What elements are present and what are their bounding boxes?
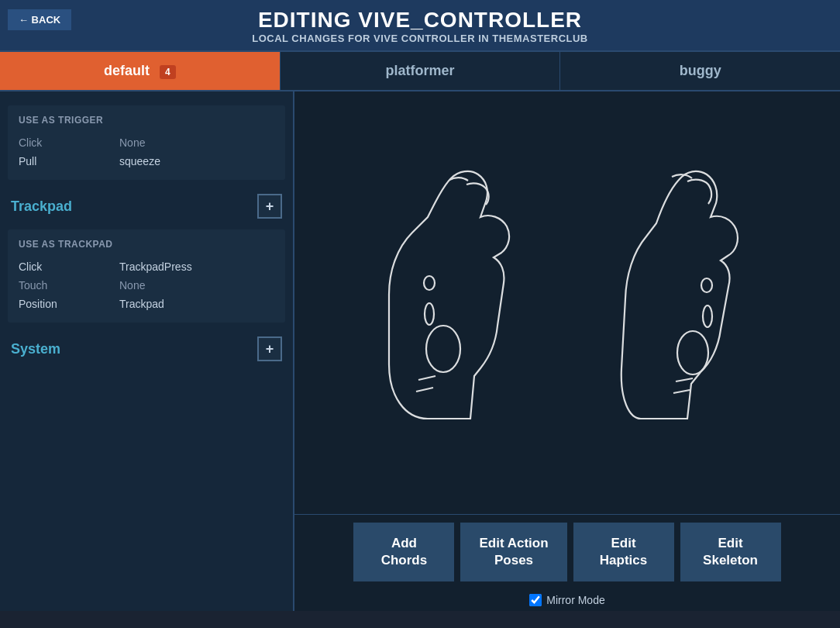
- add-chords-button[interactable]: AddChords: [353, 523, 454, 581]
- right-panel: AddChords Edit ActionPoses EditHaptics E…: [294, 91, 840, 611]
- system-title: System: [11, 341, 60, 357]
- tab-buggy-label: buggy: [680, 63, 721, 78]
- trackpad-touch-name: Touch: [19, 279, 119, 292]
- trigger-section: USE AS TRIGGER Click None Pull squeeze: [8, 105, 285, 180]
- page-title: EDITING VIVE_CONTROLLER: [15, 8, 825, 33]
- trigger-click-value: None: [119, 136, 145, 149]
- tab-default[interactable]: default 4: [0, 52, 281, 90]
- controller-right: [598, 155, 769, 450]
- svg-point-1: [424, 276, 435, 290]
- trigger-pull-row: Pull squeeze: [19, 152, 274, 171]
- svg-point-5: [677, 331, 708, 374]
- trackpad-click-value: TrackpadPress: [119, 261, 192, 273]
- svg-point-6: [701, 278, 712, 292]
- mirror-mode-checkbox[interactable]: [529, 594, 542, 606]
- edit-haptics-button[interactable]: EditHaptics: [573, 523, 674, 581]
- edit-action-poses-button[interactable]: Edit ActionPoses: [460, 523, 566, 581]
- svg-line-4: [416, 388, 433, 392]
- edit-skeleton-button[interactable]: EditSkeleton: [680, 523, 781, 581]
- system-add-button[interactable]: +: [257, 336, 282, 361]
- svg-line-8: [676, 378, 693, 381]
- svg-point-7: [703, 305, 712, 327]
- trackpad-title: Trackpad: [11, 198, 72, 215]
- svg-point-0: [426, 326, 460, 372]
- mirror-mode-row: Mirror Mode: [294, 589, 840, 611]
- controller-view: [294, 91, 840, 514]
- back-button[interactable]: ← BACK: [8, 9, 71, 30]
- trackpad-section-label: USE AS TRACKPAD: [19, 239, 274, 250]
- trackpad-click-row: Click TrackpadPress: [19, 257, 274, 276]
- bottom-buttons: AddChords Edit ActionPoses EditHaptics E…: [294, 514, 840, 589]
- trigger-click-name: Click: [19, 136, 119, 149]
- trackpad-position-row: Position Trackpad: [19, 295, 274, 313]
- main-layout: USE AS TRIGGER Click None Pull squeeze T…: [0, 91, 840, 611]
- tab-default-badge: 4: [160, 65, 176, 79]
- tab-default-label: default: [104, 63, 150, 78]
- trigger-click-row: Click None: [19, 133, 274, 152]
- tab-platformer[interactable]: platformer: [281, 52, 561, 90]
- controller-left: [366, 155, 536, 450]
- plus-icon-system: +: [266, 341, 274, 357]
- trackpad-section-header[interactable]: Trackpad +: [0, 186, 293, 223]
- trackpad-click-name: Click: [19, 261, 119, 273]
- trackpad-position-value: Trackpad: [119, 298, 164, 310]
- trackpad-touch-row: Touch None: [19, 276, 274, 295]
- trigger-pull-name: Pull: [19, 155, 119, 167]
- trigger-section-label: USE AS TRIGGER: [19, 115, 274, 126]
- tabs-bar: default 4 platformer buggy: [0, 52, 840, 91]
- tab-buggy[interactable]: buggy: [560, 52, 840, 90]
- trigger-pull-value: squeeze: [119, 155, 160, 167]
- trackpad-position-name: Position: [19, 298, 119, 310]
- svg-line-3: [418, 376, 435, 380]
- plus-icon: +: [266, 198, 274, 215]
- sidebar: USE AS TRIGGER Click None Pull squeeze T…: [0, 91, 294, 611]
- system-section-header[interactable]: System +: [0, 329, 293, 366]
- tab-platformer-label: platformer: [386, 63, 455, 78]
- mirror-mode-label: Mirror Mode: [546, 594, 604, 606]
- trackpad-add-button[interactable]: +: [257, 194, 282, 219]
- header: EDITING VIVE_CONTROLLER LOCAL CHANGES FO…: [0, 0, 840, 52]
- trackpad-touch-value: None: [119, 279, 145, 292]
- svg-line-9: [673, 390, 690, 393]
- page-subtitle: LOCAL CHANGES FOR VIVE CONTROLLER IN THE…: [15, 33, 825, 44]
- svg-point-2: [425, 303, 434, 325]
- trackpad-section: USE AS TRACKPAD Click TrackpadPress Touc…: [8, 229, 285, 323]
